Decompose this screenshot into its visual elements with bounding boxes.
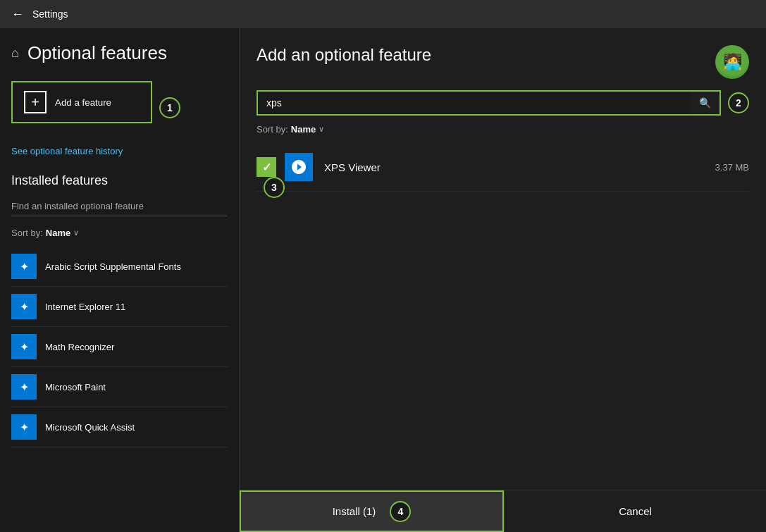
add-feature-plus-icon: + [24, 91, 47, 113]
list-item: ✦ Internet Explorer 11 [11, 287, 228, 327]
add-feature-label: Add a feature [55, 97, 111, 108]
result-checkbox-area: ✓ 3 [257, 157, 276, 177]
feature-icon: ✦ [11, 334, 37, 359]
right-panel: Add an optional feature 🧑‍💻 🔍 2 Sort by:… [240, 28, 766, 532]
dialog-footer: Install (1) 4 Cancel [240, 490, 766, 532]
feature-icon: ✦ [11, 414, 37, 440]
home-icon: ⌂ [11, 46, 19, 61]
result-item: ✓ 3 XPS Viewer 3.37 MB [257, 143, 749, 192]
dialog-header: Add an optional feature 🧑‍💻 [240, 28, 766, 90]
list-item: ✦ Math Recognizer [11, 327, 228, 367]
see-history-link[interactable]: See optional feature history [11, 146, 228, 156]
page-title: Optional features [27, 42, 167, 64]
xps-viewer-size: 3.37 MB [715, 162, 749, 173]
list-item: ✦ Microsoft Paint [11, 367, 228, 407]
back-button[interactable]: ← [11, 7, 24, 22]
avatar: 🧑‍💻 [715, 45, 749, 79]
xps-viewer-name: XPS Viewer [324, 161, 715, 173]
dialog-title: Add an optional feature [257, 45, 431, 65]
installed-feature-list: ✦ Arabic Script Supplemental Fonts ✦ Int… [11, 247, 228, 447]
install-label: Install (1) [333, 505, 376, 517]
xps-viewer-checkbox[interactable]: ✓ [257, 157, 276, 177]
feature-name: Arabic Script Supplemental Fonts [45, 261, 181, 272]
sort-name-right[interactable]: Name [291, 124, 316, 135]
optional-feature-search-input[interactable] [258, 92, 691, 114]
sort-label-right: Sort by: [257, 124, 288, 135]
add-feature-button[interactable]: + Add a feature [11, 81, 152, 123]
sort-label-left: Sort by: [11, 228, 43, 238]
xps-viewer-icon [285, 153, 313, 181]
sort-name-left[interactable]: Name [46, 228, 70, 238]
install-button[interactable]: Install (1) 4 [240, 490, 504, 532]
sort-bar-right: Sort by: Name ∨ [240, 124, 766, 135]
list-item: ✦ Microsoft Quick Assist [11, 407, 228, 447]
installed-title: Installed features [11, 173, 228, 188]
search-installed-input[interactable] [11, 197, 228, 216]
sort-bar-left: Sort by: Name ∨ [11, 228, 228, 238]
cancel-button[interactable]: Cancel [504, 490, 766, 532]
left-panel: ⌂ Optional features + Add a feature 1 Se… [0, 28, 240, 532]
step-1-circle: 1 [159, 97, 180, 118]
list-item: ✦ Arabic Script Supplemental Fonts [11, 247, 228, 287]
sort-chevron-right: ∨ [319, 125, 324, 134]
sort-chevron-left: ∨ [73, 228, 79, 237]
step-3-circle: 3 [264, 177, 285, 198]
feature-name: Math Recognizer [45, 342, 114, 352]
search-bar-container: 🔍 2 [240, 90, 766, 116]
title-bar-title: Settings [32, 8, 68, 20]
step-4-circle: 4 [390, 501, 411, 522]
feature-icon: ✦ [11, 254, 37, 279]
title-bar: ← Settings [0, 0, 766, 28]
feature-results: ✓ 3 XPS Viewer 3.37 MB [240, 143, 766, 490]
main-layout: ⌂ Optional features + Add a feature 1 Se… [0, 28, 766, 532]
checkmark-icon: ✓ [262, 161, 271, 174]
step-2-circle: 2 [728, 92, 749, 113]
feature-name: Microsoft Paint [45, 382, 106, 392]
search-icon-button[interactable]: 🔍 [691, 92, 719, 114]
feature-icon: ✦ [11, 294, 37, 319]
search-bar-wrapper: 🔍 [257, 90, 721, 116]
feature-name: Internet Explorer 11 [45, 302, 125, 312]
feature-icon: ✦ [11, 374, 37, 400]
page-header: ⌂ Optional features [11, 42, 228, 64]
feature-name: Microsoft Quick Assist [45, 422, 135, 433]
